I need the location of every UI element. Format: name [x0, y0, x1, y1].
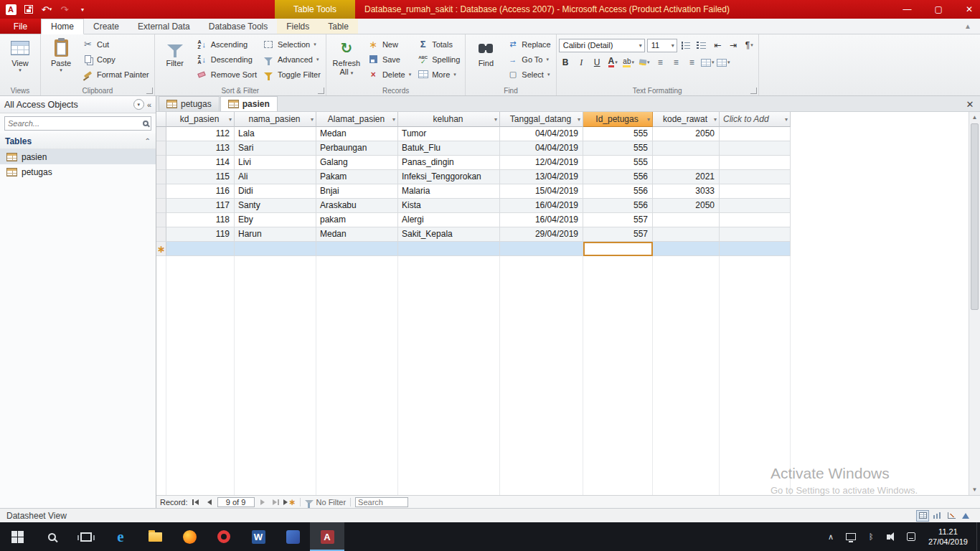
font-size-combobox[interactable]: 11 ▾: [647, 39, 677, 52]
minimize-ribbon-icon[interactable]: ▲: [964, 22, 971, 30]
pivotchart-view-button[interactable]: [945, 510, 958, 522]
show-desktop-button[interactable]: [976, 522, 980, 551]
table-cell[interactable]: [653, 242, 720, 256]
table-cell[interactable]: [720, 227, 791, 242]
table-cell[interactable]: 556: [583, 199, 653, 213]
table-cell[interactable]: 119: [166, 227, 235, 242]
new-record-button[interactable]: ∗ New: [364, 37, 414, 52]
table-cell[interactable]: Perbaungan: [316, 141, 398, 156]
tab-external-data[interactable]: External Data: [128, 19, 199, 34]
paste-button[interactable]: Paste ▾: [43, 36, 79, 73]
nav-item-petugas[interactable]: petugas: [0, 164, 156, 179]
refresh-all-button[interactable]: ↻ Refresh All ▾: [329, 36, 364, 76]
table-cell[interactable]: Livi: [235, 156, 316, 170]
table-cell[interactable]: Araskabu: [316, 199, 398, 213]
row-selector[interactable]: [156, 227, 166, 242]
table-cell[interactable]: [720, 184, 791, 199]
taskbar-clock[interactable]: 11.21 27/04/2019: [925, 527, 971, 547]
table-cell[interactable]: Lala: [235, 127, 316, 141]
descending-button[interactable]: ZA↓ Descending: [193, 52, 260, 67]
bullets-button[interactable]: [679, 39, 693, 52]
active-cell[interactable]: [583, 242, 653, 256]
table-cell[interactable]: 555: [583, 127, 653, 141]
column-header-kode_rawat[interactable]: kode_rawat▾: [653, 112, 720, 127]
first-record-button[interactable]: [190, 497, 202, 507]
network-icon[interactable]: [845, 531, 857, 542]
table-cell[interactable]: [398, 242, 500, 256]
table-cell[interactable]: [235, 242, 316, 256]
column-header-kd_pasien[interactable]: kd_pasien▾: [166, 112, 235, 127]
replace-button[interactable]: ⇄ Replace: [504, 37, 553, 52]
tab-create[interactable]: Create: [84, 19, 128, 34]
table-cell[interactable]: 13/04/2019: [500, 170, 583, 184]
maximize-button[interactable]: ▢: [935, 4, 943, 14]
advanced-button[interactable]: Advanced▾: [260, 52, 324, 67]
next-record-button[interactable]: [257, 497, 268, 507]
previous-record-button[interactable]: [204, 497, 215, 507]
row-selector[interactable]: [156, 141, 166, 156]
pivottable-view-button[interactable]: [930, 510, 943, 522]
scroll-down-icon[interactable]: ▼: [969, 484, 980, 495]
table-cell[interactable]: 557: [583, 227, 653, 242]
tray-expand-icon[interactable]: ∧: [825, 531, 837, 542]
table-cell[interactable]: 04/04/2019: [500, 141, 583, 156]
scrollbar-thumb[interactable]: [971, 123, 979, 310]
tab-file[interactable]: File: [0, 19, 41, 34]
row-selector[interactable]: [156, 199, 166, 213]
table-cell[interactable]: 555: [583, 141, 653, 156]
column-header-Alamat_pasien[interactable]: Alamat_pasien▾: [316, 112, 398, 127]
table-cell[interactable]: 555: [583, 156, 653, 170]
table-cell[interactable]: [720, 199, 791, 213]
italic-button[interactable]: I: [575, 56, 588, 70]
table-cell[interactable]: 115: [166, 170, 235, 184]
minimize-button[interactable]: —: [903, 4, 912, 14]
table-cell[interactable]: 117: [166, 199, 235, 213]
redo-button[interactable]: ↷: [58, 3, 71, 16]
column-dropdown-icon[interactable]: ▾: [714, 116, 717, 123]
copy-button[interactable]: Copy: [79, 52, 152, 67]
table-cell[interactable]: Malaria: [398, 184, 500, 199]
cut-button[interactable]: ✂ Cut: [79, 37, 152, 52]
go-to-button[interactable]: → Go To▾: [504, 52, 553, 67]
access-button[interactable]: A: [310, 522, 344, 551]
table-cell[interactable]: Alergi: [398, 213, 500, 227]
new-blank-record-button[interactable]: ∗: [284, 497, 296, 507]
table-cell[interactable]: Batuk_Flu: [398, 141, 500, 156]
nav-group-tables[interactable]: Tables ⌃: [0, 133, 156, 149]
column-dropdown-icon[interactable]: ▾: [785, 116, 788, 123]
column-header-nama_pasien[interactable]: nama_pasien▾: [235, 112, 316, 127]
row-selector[interactable]: [156, 156, 166, 170]
row-selector[interactable]: [156, 170, 166, 184]
format-painter-button[interactable]: Format Painter: [79, 67, 152, 82]
table-cell[interactable]: [720, 170, 791, 184]
table-cell[interactable]: Santy: [235, 199, 316, 213]
table-cell[interactable]: [720, 156, 791, 170]
table-cell[interactable]: 557: [583, 213, 653, 227]
table-cell[interactable]: [316, 242, 398, 256]
table-cell[interactable]: 15/04/2019: [500, 184, 583, 199]
row-selector[interactable]: [156, 184, 166, 199]
row-selector[interactable]: [156, 213, 166, 227]
bold-button[interactable]: B: [559, 56, 573, 70]
table-cell[interactable]: Panas_dingin: [398, 156, 500, 170]
start-button[interactable]: [0, 522, 34, 551]
table-cell[interactable]: 2021: [653, 170, 720, 184]
shutter-bar-close-button[interactable]: «: [147, 100, 151, 109]
text-formatting-dialog-launcher[interactable]: [750, 88, 757, 94]
task-view-button[interactable]: [69, 522, 103, 551]
table-cell[interactable]: Pakam: [316, 170, 398, 184]
table-cell[interactable]: 113: [166, 141, 235, 156]
font-name-combobox[interactable]: Calibri (Detail) ▾: [559, 39, 645, 52]
datasheet-view-button[interactable]: [916, 510, 929, 522]
numbering-button[interactable]: [695, 39, 709, 52]
table-cell[interactable]: [720, 213, 791, 227]
table-cell[interactable]: 12/04/2019: [500, 156, 583, 170]
qat-customize-button[interactable]: ▾: [76, 3, 89, 16]
table-cell[interactable]: [653, 156, 720, 170]
close-tab-icon[interactable]: ✕: [964, 98, 976, 110]
volume-icon[interactable]: [885, 531, 897, 542]
table-cell[interactable]: Tumor: [398, 127, 500, 141]
align-left-button[interactable]: ≡: [654, 56, 667, 70]
ascending-button[interactable]: AZ↓ Ascending: [193, 37, 260, 52]
column-dropdown-icon[interactable]: ▾: [578, 116, 580, 123]
